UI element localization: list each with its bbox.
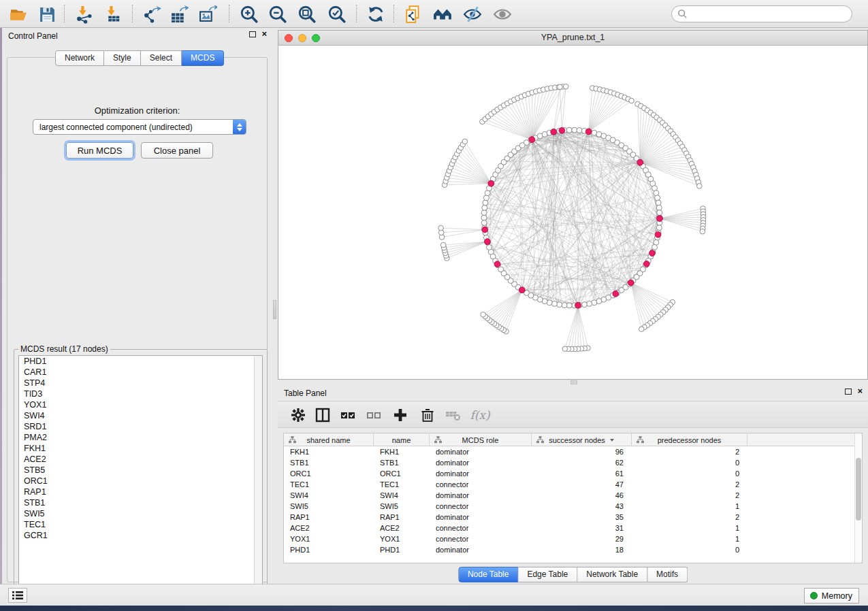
zoom-out-icon[interactable] [268, 4, 288, 24]
mcds-result-item[interactable]: FKH1 [19, 443, 262, 454]
search-input[interactable] [688, 10, 852, 19]
tab-motifs[interactable]: Motifs [647, 567, 688, 582]
export-image-icon[interactable] [197, 4, 218, 24]
network-node[interactable] [481, 215, 487, 220]
network-hub-node-STP4[interactable] [482, 227, 488, 233]
export-table-icon[interactable] [169, 4, 189, 24]
tab-select[interactable]: Select [141, 50, 182, 66]
tab-node-table[interactable]: Node Table [458, 567, 519, 582]
network-node[interactable] [581, 302, 587, 308]
select-all-icon[interactable] [338, 406, 357, 425]
function-builder-icon[interactable]: f(x) [470, 406, 489, 425]
task-history-button[interactable] [8, 588, 27, 603]
network-node[interactable] [566, 127, 572, 133]
network-leaf-node[interactable] [558, 84, 563, 90]
deselect-all-icon[interactable] [364, 406, 383, 425]
mcds-result-item[interactable]: GCR1 [19, 530, 262, 541]
network-node[interactable] [656, 200, 661, 205]
memory-button[interactable]: Memory [804, 588, 859, 604]
network-leaf-node[interactable] [438, 225, 444, 231]
column-header-predecessor-nodes[interactable]: predecessor nodes [632, 433, 748, 446]
mcds-result-item[interactable]: YOX1 [19, 399, 262, 410]
network-hub-node-SRD1[interactable] [613, 291, 619, 297]
mcds-list-scrollbar[interactable] [254, 356, 262, 592]
table-row[interactable]: YOX1YOX1connector291 [284, 533, 854, 544]
mcds-result-item[interactable]: STB5 [19, 465, 262, 476]
split-panel-icon[interactable] [313, 406, 332, 425]
mcds-result-item[interactable]: PHD1 [19, 356, 262, 367]
network-node[interactable] [587, 301, 592, 306]
mcds-result-item[interactable]: RAP1 [19, 486, 262, 497]
window-zoom-icon[interactable] [312, 34, 320, 42]
float-panel-icon[interactable] [845, 389, 852, 395]
network-leaf-node[interactable] [697, 184, 703, 189]
mcds-result-item[interactable]: SRD1 [19, 421, 262, 432]
network-node[interactable] [562, 303, 567, 308]
mcds-result-item[interactable]: TID3 [19, 389, 262, 399]
network-window-titlebar[interactable]: YPA_prune.txt_1 [278, 31, 867, 46]
show-all-icon[interactable] [492, 4, 513, 24]
optimization-criterion-select[interactable]: largest connected component (undirected) [33, 119, 246, 135]
network-leaf-node[interactable] [629, 98, 634, 103]
tab-edge-table[interactable]: Edge Table [518, 567, 577, 582]
table-row[interactable]: SWI5SWI5connector431 [284, 501, 854, 512]
column-header-MCDS-role[interactable]: MCDS role [430, 433, 532, 446]
network-hub-node-TID3[interactable] [494, 261, 500, 267]
add-column-icon[interactable] [391, 406, 410, 425]
network-leaf-node[interactable] [563, 84, 568, 89]
first-neighbors-icon[interactable] [432, 4, 453, 24]
table-row[interactable]: PHD1PHD1dominator180 [284, 544, 854, 555]
network-node[interactable] [656, 225, 662, 231]
network-hub-node-PHD1[interactable] [488, 180, 494, 186]
network-hub-node-ACE2[interactable] [575, 302, 581, 308]
refresh-icon[interactable] [366, 4, 386, 24]
splitter-grip[interactable] [570, 380, 577, 384]
window-minimize-icon[interactable] [298, 34, 306, 42]
network-node[interactable] [551, 301, 557, 306]
network-hub-node-YOX1[interactable] [519, 287, 525, 293]
close-panel-icon[interactable]: × [261, 31, 267, 37]
table-row[interactable]: FKH1FKH1dominator962 [284, 446, 854, 457]
zoom-in-icon[interactable] [239, 4, 259, 24]
network-hub-node-GCR1[interactable] [655, 231, 661, 237]
mcds-result-item[interactable]: PMA2 [19, 432, 262, 443]
tab-network[interactable]: Network [55, 50, 104, 66]
network-hub-node-ORC1[interactable] [559, 127, 565, 133]
network-hub-node-CAR1[interactable] [485, 239, 491, 245]
export-network-icon[interactable] [142, 4, 162, 24]
column-header-name[interactable]: name [374, 433, 430, 446]
hide-selected-icon[interactable] [462, 4, 483, 24]
mcds-result-item[interactable]: SWI5 [19, 508, 262, 519]
network-node[interactable] [655, 195, 660, 201]
mcds-result-item[interactable]: CAR1 [19, 367, 262, 378]
run-mcds-button[interactable]: Run MCDS [66, 142, 133, 159]
window-close-icon[interactable] [285, 34, 293, 42]
mcds-result-item[interactable]: TEC1 [19, 519, 262, 530]
network-node[interactable] [482, 205, 487, 210]
network-leaf-node[interactable] [481, 312, 486, 318]
clone-network-icon[interactable] [403, 4, 423, 24]
network-canvas-svg[interactable] [278, 46, 867, 379]
network-hub-node-SWI4[interactable] [585, 129, 592, 135]
tab-style[interactable]: Style [104, 50, 141, 66]
tab-mcds[interactable]: MCDS [182, 50, 224, 66]
close-panel-button[interactable]: Close panel [141, 142, 213, 159]
network-hub-node-TEC1[interactable] [637, 159, 643, 165]
import-table-icon[interactable] [102, 4, 123, 24]
column-header-successor-nodes[interactable]: successor nodes [532, 433, 632, 446]
network-node[interactable] [656, 205, 662, 210]
table-row[interactable]: TEC1TEC1connector472 [284, 479, 854, 490]
column-header-shared-name[interactable]: shared name [284, 433, 374, 446]
save-icon[interactable] [37, 4, 57, 24]
open-file-icon[interactable] [8, 4, 29, 24]
delete-column-icon[interactable] [418, 406, 437, 425]
table-settings-icon[interactable] [289, 406, 308, 425]
network-hub-node-STB1[interactable] [551, 129, 557, 135]
network-hub-node-STB5[interactable] [649, 250, 656, 257]
network-node[interactable] [577, 128, 582, 133]
vertical-splitter[interactable] [272, 28, 278, 585]
table-scrollbar[interactable] [854, 433, 862, 563]
close-panel-icon[interactable]: × [857, 388, 863, 395]
network-node[interactable] [566, 303, 572, 308]
network-node[interactable] [572, 127, 577, 133]
